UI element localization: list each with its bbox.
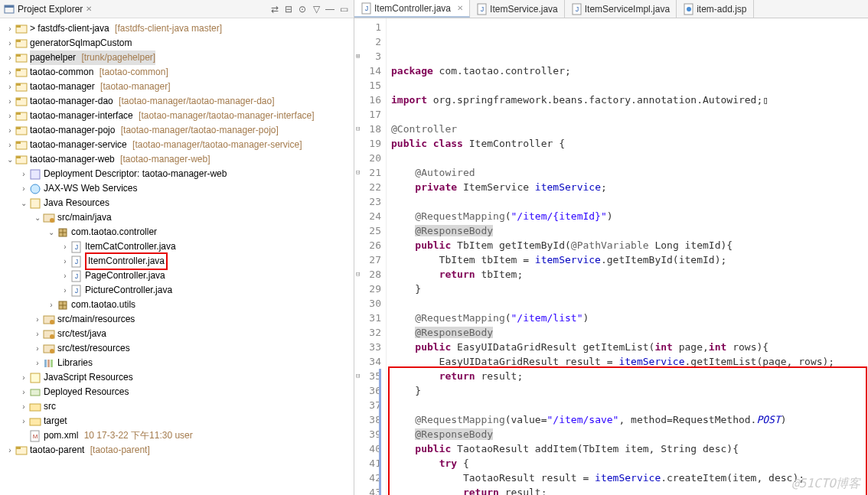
fold-icon[interactable]: ⊟ <box>356 165 360 180</box>
expand-arrow-icon[interactable]: › <box>18 167 29 181</box>
view-close-icon[interactable]: ✕ <box>86 5 92 13</box>
tree-item[interactable]: ›> fastdfs-client-java [fastdfs-client-j… <box>2 21 352 36</box>
expand-arrow-icon[interactable]: › <box>5 443 15 458</box>
code-line[interactable]: import org.springframework.beans.factory… <box>391 93 863 107</box>
link-with-editor-icon[interactable]: ⇄ <box>268 2 282 16</box>
expand-arrow-icon[interactable]: › <box>5 36 15 50</box>
editor-tab[interactable]: JItemServiceImpl.java <box>565 0 677 18</box>
tree-item[interactable]: ›Deployment Descriptor: taotao-manager-w… <box>2 167 352 181</box>
code-line[interactable] <box>391 78 863 93</box>
code-line[interactable]: @RequestMapping("/item/{itemId}") <box>391 209 863 223</box>
tree-item[interactable]: ›taotao-manager-service [taotao-manager/… <box>2 138 352 152</box>
expand-arrow-icon[interactable]: › <box>5 50 15 65</box>
tree-item[interactable]: ›JPageController.java <box>2 269 352 283</box>
expand-arrow-icon[interactable]: › <box>5 65 15 80</box>
editor-tab[interactable]: item-add.jsp <box>677 0 753 18</box>
tree-item[interactable]: ›taotao-manager [taotao-manager] <box>2 80 352 94</box>
tree-item[interactable]: ›JPictureController.java <box>2 283 352 298</box>
editor-tab[interactable]: JItemService.java <box>470 0 565 18</box>
tree-item[interactable]: ›src/main/resources <box>2 312 352 327</box>
code-line[interactable]: } <box>391 282 863 296</box>
expand-arrow-icon[interactable]: › <box>18 181 29 196</box>
tree-item[interactable]: ›src <box>2 399 352 414</box>
expand-arrow-icon[interactable]: › <box>32 312 43 327</box>
collapse-all-icon[interactable]: ⊟ <box>282 2 295 16</box>
tree-item[interactable]: ›com.taotao.utils <box>2 298 352 312</box>
tree-item[interactable]: ›src/test/resources <box>2 341 352 356</box>
tree-item[interactable]: ›JavaScript Resources <box>2 370 352 385</box>
tree-item[interactable]: ›target <box>2 414 352 428</box>
code-line[interactable] <box>391 194 863 209</box>
code-line[interactable]: public class ItemController { <box>391 136 863 151</box>
expand-arrow-icon[interactable]: › <box>60 239 70 254</box>
code-area[interactable]: package com.taotao.controller;import org… <box>387 18 868 495</box>
expand-arrow-icon[interactable]: › <box>5 21 15 36</box>
code-line[interactable] <box>391 398 863 412</box>
tree-item[interactable]: ⌄src/main/java <box>2 210 352 225</box>
code-editor[interactable]: 12⊞314151617⊟181920⊟21222324252627⊟28293… <box>354 18 868 495</box>
code-line[interactable]: @Autowired <box>391 165 863 180</box>
expand-arrow-icon[interactable]: › <box>32 356 43 370</box>
expand-arrow-icon[interactable]: › <box>5 109 15 123</box>
code-line[interactable]: public EasyUIDataGridResult getItemList(… <box>391 340 863 354</box>
code-line[interactable]: @ResponseBody <box>391 223 863 238</box>
tree-item[interactable]: ›taotao-parent [taotao-parent] <box>2 443 352 458</box>
code-line[interactable]: try { <box>391 456 863 471</box>
tree-item[interactable]: ›taotao-manager-pojo [taotao-manager/tao… <box>2 123 352 138</box>
expand-arrow-icon[interactable]: › <box>18 414 29 428</box>
tree-item[interactable]: ›JAX-WS Web Services <box>2 181 352 196</box>
maximize-icon[interactable]: ▭ <box>337 2 351 16</box>
fold-icon[interactable]: ⊟ <box>356 369 360 383</box>
expand-arrow-icon[interactable]: ⌄ <box>18 196 29 210</box>
tree-item[interactable]: ›taotao-manager-dao [taotao-manager/taot… <box>2 94 352 109</box>
expand-arrow-icon[interactable]: › <box>46 298 57 312</box>
expand-arrow-icon[interactable]: › <box>60 269 70 283</box>
expand-arrow-icon[interactable]: ⌄ <box>5 152 15 167</box>
code-line[interactable]: @ResponseBody <box>391 427 863 441</box>
expand-arrow-icon[interactable]: › <box>18 370 29 385</box>
tree-item[interactable]: ⌄Java Resources <box>2 196 352 210</box>
code-line[interactable]: package com.taotao.controller; <box>391 64 863 78</box>
focus-icon[interactable]: ⊙ <box>295 2 309 16</box>
expand-arrow-icon[interactable]: › <box>18 399 29 414</box>
expand-arrow-icon[interactable]: › <box>5 138 15 152</box>
code-line[interactable]: private ItemService itemService; <box>391 180 863 194</box>
expand-arrow-icon[interactable]: › <box>5 123 15 138</box>
code-line[interactable]: TbItem tbItem = itemService.getItemById(… <box>391 252 863 267</box>
tree-item[interactable]: ›JItemCatController.java <box>2 239 352 254</box>
project-tree[interactable]: ›> fastdfs-client-java [fastdfs-client-j… <box>0 18 354 495</box>
code-line[interactable] <box>391 107 863 122</box>
tree-item[interactable]: ›JItemController.java <box>2 254 352 269</box>
fold-icon[interactable]: ⊟ <box>356 267 360 282</box>
code-line[interactable]: return tbItem; <box>391 267 863 282</box>
tree-item[interactable]: ›Deployed Resources <box>2 385 352 399</box>
expand-arrow-icon[interactable]: ⌄ <box>46 225 57 239</box>
expand-arrow-icon[interactable]: › <box>18 385 29 399</box>
fold-icon[interactable]: ⊟ <box>356 122 360 136</box>
tree-item[interactable]: ⌄taotao-manager-web [taotao-manager-web] <box>2 152 352 167</box>
tree-item[interactable]: ⌄com.taotao.controller <box>2 225 352 239</box>
expand-arrow-icon[interactable]: › <box>5 94 15 109</box>
code-line[interactable]: public TaotaoResult addItem(TbItem item,… <box>391 441 863 456</box>
code-line[interactable]: } <box>391 383 863 398</box>
tree-item[interactable]: ›Libraries <box>2 356 352 370</box>
code-line[interactable]: EasyUIDataGridResult result = itemServic… <box>391 354 863 369</box>
expand-arrow-icon[interactable]: › <box>32 327 43 341</box>
tree-item[interactable]: ›taotao-common [taotao-common] <box>2 65 352 80</box>
expand-arrow-icon[interactable]: ⌄ <box>32 210 43 225</box>
code-line[interactable]: @RequestMapping(value="/item/save", meth… <box>391 412 863 427</box>
minimize-icon[interactable]: — <box>323 2 337 16</box>
close-tab-icon[interactable]: ✕ <box>457 4 463 12</box>
code-line[interactable] <box>391 151 863 165</box>
code-line[interactable] <box>391 296 863 311</box>
tree-item[interactable]: Mpom.xml 10 17-3-22 下午11:30 user <box>2 428 352 443</box>
view-menu-icon[interactable]: ▽ <box>309 2 323 16</box>
tree-item[interactable]: ›taotao-manager-interface [taotao-manage… <box>2 109 352 123</box>
code-line[interactable]: public TbItem getItemById(@PathVariable … <box>391 238 863 252</box>
code-line[interactable]: return result; <box>391 369 863 383</box>
expand-arrow-icon[interactable]: › <box>32 341 43 356</box>
fold-icon[interactable]: ⊞ <box>356 49 360 64</box>
tree-item[interactable]: ›src/test/java <box>2 327 352 341</box>
tree-item[interactable]: ›pagehelper [trunk/pagehelper] <box>2 50 352 65</box>
expand-arrow-icon[interactable]: › <box>5 80 15 94</box>
